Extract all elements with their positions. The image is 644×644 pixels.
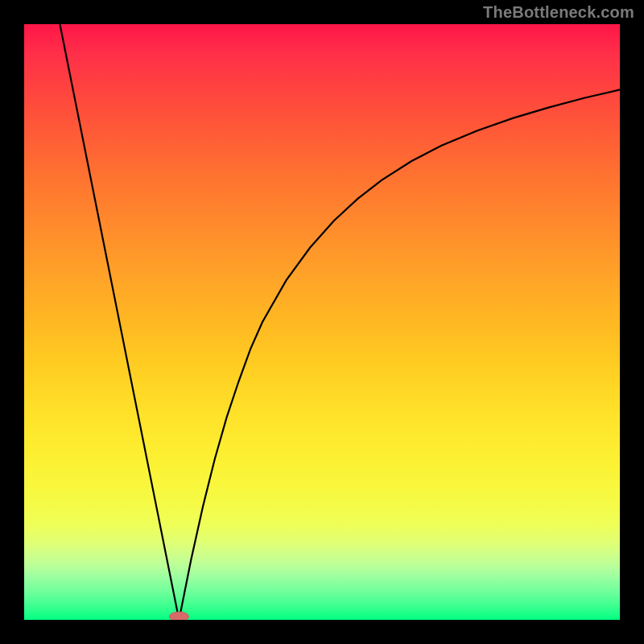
svg-point-0 (169, 612, 188, 620)
left-branch-line (60, 24, 179, 620)
plot-frame (24, 24, 620, 620)
curve-overlay (24, 24, 620, 620)
right-curve-line (179, 89, 620, 620)
minimum-marker (169, 612, 188, 620)
attribution-text: TheBottleneck.com (483, 3, 634, 22)
